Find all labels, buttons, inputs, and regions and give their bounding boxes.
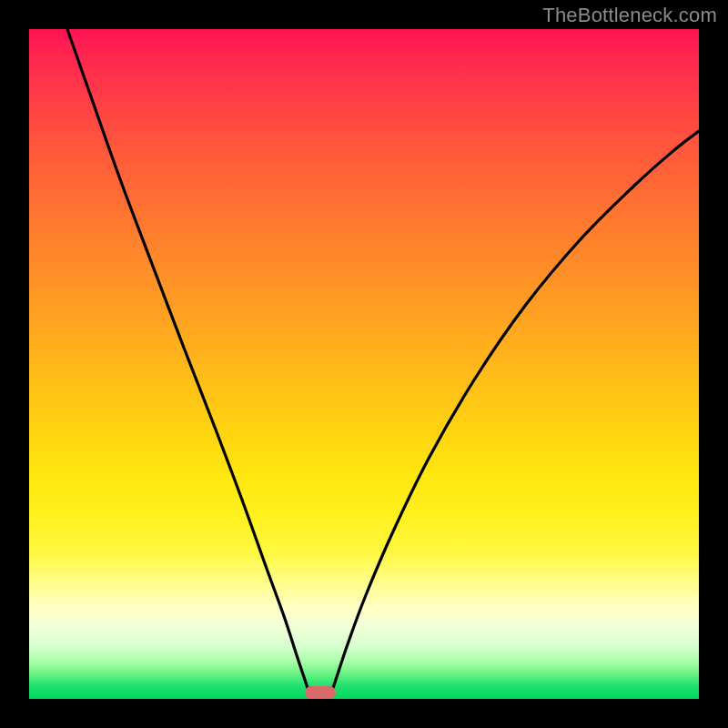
plot-area xyxy=(29,29,699,699)
heat-gradient xyxy=(29,29,699,699)
watermark-text: TheBottleneck.com xyxy=(542,4,717,27)
optimal-marker xyxy=(305,686,336,699)
